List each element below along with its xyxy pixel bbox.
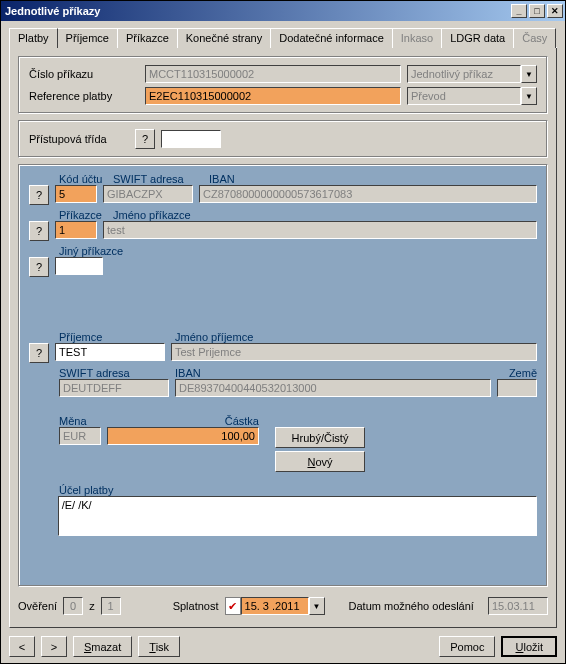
window-title: Jednotlivé příkazy bbox=[5, 5, 509, 17]
minimize-button[interactable]: _ bbox=[511, 4, 527, 18]
pristupova-trida-field[interactable] bbox=[161, 130, 221, 148]
jiny-prikazce-field[interactable] bbox=[55, 257, 103, 275]
iban2-label: IBAN bbox=[175, 367, 201, 379]
help-button-jiny-prikazce[interactable]: ? bbox=[29, 257, 49, 277]
iban1-label: IBAN bbox=[209, 173, 235, 185]
reference-platby-field[interactable] bbox=[145, 87, 401, 105]
zeme-field bbox=[497, 379, 537, 397]
pomoc-button[interactable]: Pomoc bbox=[439, 636, 495, 657]
ucel-platby-label: Účel platby bbox=[59, 484, 113, 496]
cislo-prikazu-field: MCCT110315000002 bbox=[145, 65, 401, 83]
chevron-down-icon[interactable]: ▼ bbox=[521, 87, 537, 105]
prevod-value: Převod bbox=[407, 87, 521, 105]
tab-platby[interactable]: Platby bbox=[9, 28, 58, 48]
tab-dodatecne[interactable]: Dodatečné informace bbox=[270, 28, 393, 48]
tab-casy: Časy bbox=[513, 28, 556, 48]
prijemce-field[interactable] bbox=[55, 343, 165, 361]
help-button-prijemce[interactable]: ? bbox=[29, 343, 49, 363]
jmeno-prikazce-label: Jméno příkazce bbox=[113, 209, 191, 221]
reference-platby-label: Reference platby bbox=[29, 90, 139, 102]
swift2-label: SWIFT adresa bbox=[59, 367, 130, 379]
jmeno-prikazce-field: test bbox=[103, 221, 537, 239]
close-button[interactable]: ✕ bbox=[547, 4, 563, 18]
swift2-field: DEUTDEFF bbox=[59, 379, 169, 397]
datum-odeslani-label: Datum možného odeslání bbox=[349, 600, 474, 612]
prikazce-field[interactable]: 1 bbox=[55, 221, 97, 239]
help-button-access[interactable]: ? bbox=[135, 129, 155, 149]
hruby-cisty-button[interactable]: Hrubý/Čistý bbox=[275, 427, 365, 448]
header-group: Číslo příkazu MCCT110315000002 Jednotliv… bbox=[18, 56, 548, 114]
main-blue-group: Kód účtu SWIFT adresa IBAN ? 5 GIBACZPX … bbox=[18, 164, 548, 587]
swift1-label: SWIFT adresa bbox=[113, 173, 184, 185]
cislo-prikazu-label: Číslo příkazu bbox=[29, 68, 139, 80]
zeme-label: Země bbox=[509, 367, 537, 379]
next-button[interactable]: > bbox=[41, 636, 67, 657]
jiny-prikazce-label: Jiný příkazce bbox=[59, 245, 123, 257]
tab-prikazce[interactable]: Příkazce bbox=[117, 28, 178, 48]
smazat-button[interactable]: Smazat bbox=[73, 636, 132, 657]
prijemce-label: Příjemce bbox=[59, 331, 102, 343]
window: Jednotlivé příkazy _ □ ✕ Platby Příjemce… bbox=[0, 0, 566, 664]
content: Platby Příjemce Příkazce Konečné strany … bbox=[1, 21, 565, 663]
castka-field[interactable] bbox=[107, 427, 259, 445]
check-icon: ✔ bbox=[228, 600, 237, 613]
splatnost-label: Splatnost bbox=[173, 600, 219, 612]
splatnost-value[interactable]: 15. 3 .2011 bbox=[241, 597, 309, 615]
iban1-field: CZ8708000000000573617083 bbox=[199, 185, 537, 203]
overeni-label: Ověření bbox=[18, 600, 57, 612]
maximize-button[interactable]: □ bbox=[529, 4, 545, 18]
titlebar: Jednotlivé příkazy _ □ ✕ bbox=[1, 1, 565, 21]
kod-uctu-field[interactable]: 5 bbox=[55, 185, 97, 203]
jmeno-prijemce-field: Test Prijemce bbox=[171, 343, 537, 361]
typ-prikazu-combo[interactable]: Jednotlivý příkaz ▼ bbox=[407, 65, 537, 83]
access-group: Přístupová třída ? bbox=[18, 120, 548, 158]
tabstrip: Platby Příjemce Příkazce Konečné strany … bbox=[9, 27, 557, 48]
tab-panel: Číslo příkazu MCCT110315000002 Jednotliv… bbox=[9, 48, 557, 628]
mena-field: EUR bbox=[59, 427, 101, 445]
novy-button[interactable]: Nový bbox=[275, 451, 365, 472]
castka-label: Částka bbox=[225, 415, 259, 427]
overeni-a: 0 bbox=[63, 597, 83, 615]
kod-uctu-label: Kód účtu bbox=[59, 173, 102, 185]
ulozit-button[interactable]: Uložit bbox=[501, 636, 557, 657]
tisk-button[interactable]: Tisk bbox=[138, 636, 180, 657]
jmeno-prijemce-label: Jméno příjemce bbox=[175, 331, 253, 343]
iban2-field: DE89370400440532013000 bbox=[175, 379, 491, 397]
datum-odeslani-value: 15.03.11 bbox=[488, 597, 548, 615]
overeni-b: 1 bbox=[101, 597, 121, 615]
prikazce-label: Příkazce bbox=[59, 209, 102, 221]
prevod-combo[interactable]: Převod ▼ bbox=[407, 87, 537, 105]
overeni-z: z bbox=[89, 600, 95, 612]
tab-prijemce[interactable]: Příjemce bbox=[57, 28, 118, 48]
chevron-down-icon[interactable]: ▼ bbox=[309, 597, 325, 615]
tab-ldgr[interactable]: LDGR data bbox=[441, 28, 514, 48]
tab-konecne-strany[interactable]: Konečné strany bbox=[177, 28, 271, 48]
typ-prikazu-value: Jednotlivý příkaz bbox=[407, 65, 521, 83]
prev-button[interactable]: < bbox=[9, 636, 35, 657]
mena-label: Měna bbox=[59, 415, 87, 427]
ucel-platby-field[interactable]: /E/ /K/ bbox=[58, 496, 537, 536]
help-button-kod-uctu[interactable]: ? bbox=[29, 185, 49, 205]
pristupova-trida-label: Přístupová třída bbox=[29, 133, 129, 145]
chevron-down-icon[interactable]: ▼ bbox=[521, 65, 537, 83]
swift1-field: GIBACZPX bbox=[103, 185, 193, 203]
tab-inkaso: Inkaso bbox=[392, 28, 442, 48]
help-button-prikazce[interactable]: ? bbox=[29, 221, 49, 241]
splatnost-picker[interactable]: ✔ 15. 3 .2011 ▼ bbox=[225, 597, 325, 615]
